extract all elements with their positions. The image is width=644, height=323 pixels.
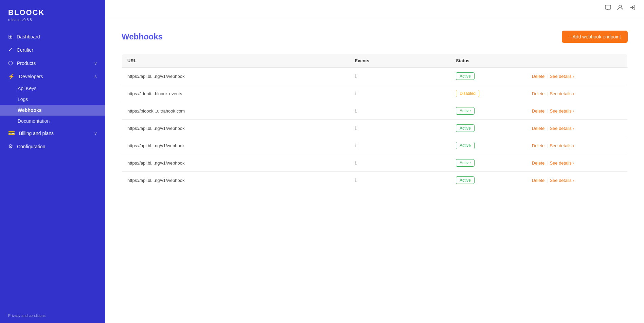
status-badge: Active: [456, 176, 475, 184]
sidebar-item-billing[interactable]: 💳 Billing and plans ∨: [0, 126, 105, 140]
see-details-button[interactable]: See details ›: [550, 74, 574, 79]
action-separator: |: [547, 108, 548, 113]
actions-container: Delete | See details ›: [532, 143, 622, 148]
webhook-status: Active: [450, 120, 526, 137]
actions-container: Delete | See details ›: [532, 74, 622, 79]
svg-point-1: [619, 5, 622, 8]
webhook-url: https://api.bl...ng/v1/webhook: [122, 172, 350, 189]
sidebar-item-webhooks[interactable]: Webhooks: [0, 105, 105, 116]
status-badge: Active: [456, 72, 475, 80]
table-row: https://api.bl...ng/v1/webhook ℹ Active …: [122, 172, 628, 189]
logo-container: BLOOCK release-v0.8.8: [0, 0, 105, 24]
see-details-button[interactable]: See details ›: [550, 160, 574, 166]
webhook-status: Active: [450, 172, 526, 189]
table-row: https://api.bl...ng/v1/webhook ℹ Active …: [122, 120, 628, 137]
sidebar-navigation: ⊞ Dashboard ✓ Certifier ⬡ Products ∨ ⚡ D…: [0, 24, 105, 308]
app-logo: BLOOCK: [8, 8, 97, 17]
sidebar-item-documentation-label: Documentation: [18, 118, 50, 124]
sidebar-item-certifier-label: Certifier: [17, 47, 33, 53]
delete-button[interactable]: Delete: [532, 178, 545, 183]
webhook-events: ℹ: [350, 102, 451, 120]
add-webhook-button[interactable]: + Add webhook endpoint: [562, 31, 628, 43]
see-details-button[interactable]: See details ›: [550, 108, 574, 114]
sidebar-item-products-label: Products: [17, 61, 36, 66]
info-icon: ℹ: [355, 73, 357, 79]
col-actions: [526, 54, 628, 68]
status-badge: Active: [456, 107, 475, 115]
sidebar-item-configuration[interactable]: ⚙ Configuration: [0, 140, 105, 153]
sidebar-item-developers-label: Developers: [19, 74, 43, 79]
action-separator: |: [547, 74, 548, 79]
webhook-actions: Delete | See details ›: [526, 154, 628, 172]
sidebar-item-developers[interactable]: ⚡ Developers ∧: [0, 70, 105, 83]
sidebar-item-logs-label: Logs: [18, 97, 28, 102]
sidebar-item-webhooks-label: Webhooks: [18, 107, 42, 113]
webhook-events: ℹ: [350, 172, 451, 189]
webhook-url: https://api.bl...ng/v1/webhook: [122, 137, 350, 154]
table-row: https://api.bl...ng/v1/webhook ℹ Active …: [122, 154, 628, 172]
webhook-url: https://api.bl...ng/v1/webhook: [122, 68, 350, 85]
see-details-button[interactable]: See details ›: [550, 143, 574, 148]
webhook-url: https://api.bl...ng/v1/webhook: [122, 120, 350, 137]
webhook-url: https://identi...bloock-events: [122, 85, 350, 102]
sidebar-item-certifier[interactable]: ✓ Certifier: [0, 43, 105, 56]
col-url: URL: [122, 54, 350, 68]
see-details-button[interactable]: See details ›: [550, 126, 574, 131]
main-content: Webhooks + Add webhook endpoint URL Even…: [105, 0, 644, 323]
actions-container: Delete | See details ›: [532, 108, 622, 114]
configuration-icon: ⚙: [8, 143, 13, 150]
actions-container: Delete | See details ›: [532, 160, 622, 166]
products-chevron-icon: ∨: [94, 61, 97, 66]
webhook-actions: Delete | See details ›: [526, 102, 628, 120]
sidebar-item-logs[interactable]: Logs: [0, 94, 105, 105]
page-header: Webhooks + Add webhook endpoint: [122, 31, 628, 43]
sidebar-item-documentation[interactable]: Documentation: [0, 116, 105, 126]
sidebar-item-dashboard-label: Dashboard: [17, 34, 40, 39]
chat-icon[interactable]: [605, 4, 611, 13]
table-row: https://api.bl...ng/v1/webhook ℹ Active …: [122, 137, 628, 154]
dashboard-icon: ⊞: [8, 33, 13, 40]
action-separator: |: [547, 143, 548, 148]
webhook-status: Disabled: [450, 85, 526, 102]
webhook-status: Active: [450, 137, 526, 154]
privacy-footer[interactable]: Privacy and conditions: [0, 308, 105, 323]
table-header: URL Events Status: [122, 54, 628, 68]
delete-button[interactable]: Delete: [532, 91, 545, 96]
info-icon: ℹ: [355, 125, 357, 131]
action-separator: |: [547, 126, 548, 131]
sidebar-item-api-keys[interactable]: Api Keys: [0, 83, 105, 94]
webhook-actions: Delete | See details ›: [526, 137, 628, 154]
user-icon[interactable]: [617, 4, 624, 13]
webhook-events: ℹ: [350, 154, 451, 172]
webhook-status: Active: [450, 68, 526, 85]
webhook-url: https://api.bl...ng/v1/webhook: [122, 154, 350, 172]
sidebar-item-configuration-label: Configuration: [17, 144, 45, 149]
see-details-button[interactable]: See details ›: [550, 178, 574, 183]
delete-button[interactable]: Delete: [532, 126, 545, 131]
delete-button[interactable]: Delete: [532, 108, 545, 114]
delete-button[interactable]: Delete: [532, 143, 545, 148]
info-icon: ℹ: [355, 91, 357, 96]
webhook-actions: Delete | See details ›: [526, 85, 628, 102]
sidebar-item-dashboard[interactable]: ⊞ Dashboard: [0, 30, 105, 43]
webhook-events: ℹ: [350, 85, 451, 102]
actions-container: Delete | See details ›: [532, 126, 622, 131]
sidebar-item-api-keys-label: Api Keys: [18, 86, 36, 91]
table-row: https://identi...bloock-events ℹ Disable…: [122, 85, 628, 102]
status-badge: Active: [456, 142, 475, 149]
sidebar-item-products[interactable]: ⬡ Products ∨: [0, 56, 105, 70]
delete-button[interactable]: Delete: [532, 74, 545, 79]
info-icon: ℹ: [355, 177, 357, 183]
webhook-events: ℹ: [350, 120, 451, 137]
webhook-actions: Delete | See details ›: [526, 68, 628, 85]
see-details-button[interactable]: See details ›: [550, 91, 574, 96]
logout-icon[interactable]: [629, 4, 636, 13]
app-version: release-v0.8.8: [8, 18, 97, 22]
webhook-actions: Delete | See details ›: [526, 172, 628, 189]
svg-rect-0: [605, 5, 611, 9]
delete-button[interactable]: Delete: [532, 160, 545, 166]
developers-icon: ⚡: [8, 73, 15, 80]
status-badge: Disabled: [456, 90, 479, 97]
webhook-events: ℹ: [350, 68, 451, 85]
action-separator: |: [547, 160, 548, 165]
